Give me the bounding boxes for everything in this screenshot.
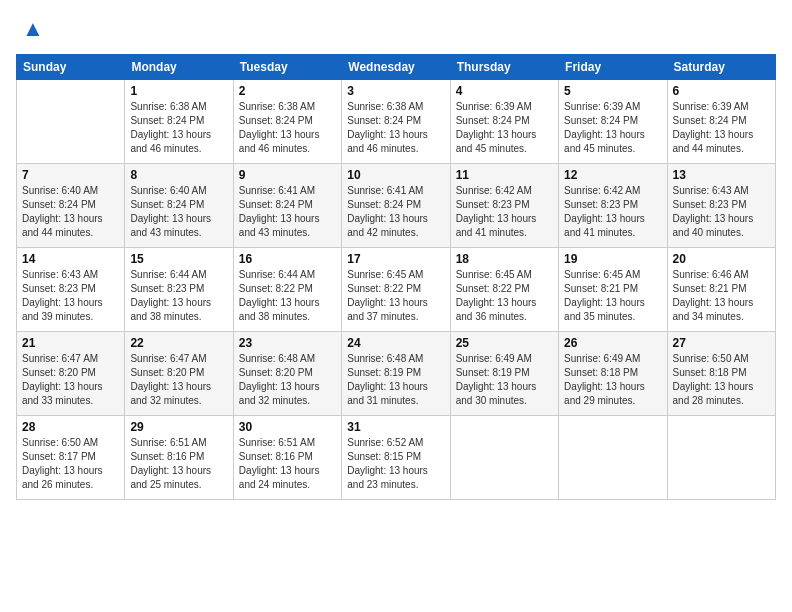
day-of-week-tuesday: Tuesday	[233, 55, 341, 80]
day-number: 30	[239, 420, 336, 434]
calendar-row: 7Sunrise: 6:40 AMSunset: 8:24 PMDaylight…	[17, 164, 776, 248]
calendar-row: 14Sunrise: 6:43 AMSunset: 8:23 PMDayligh…	[17, 248, 776, 332]
day-number: 23	[239, 336, 336, 350]
day-of-week-monday: Monday	[125, 55, 233, 80]
day-info: Sunrise: 6:52 AMSunset: 8:15 PMDaylight:…	[347, 436, 444, 492]
calendar-cell: 31Sunrise: 6:52 AMSunset: 8:15 PMDayligh…	[342, 416, 450, 500]
day-info: Sunrise: 6:45 AMSunset: 8:22 PMDaylight:…	[347, 268, 444, 324]
calendar-row: 28Sunrise: 6:50 AMSunset: 8:17 PMDayligh…	[17, 416, 776, 500]
day-info: Sunrise: 6:38 AMSunset: 8:24 PMDaylight:…	[239, 100, 336, 156]
day-info: Sunrise: 6:51 AMSunset: 8:16 PMDaylight:…	[239, 436, 336, 492]
day-info: Sunrise: 6:44 AMSunset: 8:23 PMDaylight:…	[130, 268, 227, 324]
calendar-cell: 28Sunrise: 6:50 AMSunset: 8:17 PMDayligh…	[17, 416, 125, 500]
calendar-row: 21Sunrise: 6:47 AMSunset: 8:20 PMDayligh…	[17, 332, 776, 416]
day-info: Sunrise: 6:41 AMSunset: 8:24 PMDaylight:…	[239, 184, 336, 240]
calendar-cell: 29Sunrise: 6:51 AMSunset: 8:16 PMDayligh…	[125, 416, 233, 500]
day-info: Sunrise: 6:40 AMSunset: 8:24 PMDaylight:…	[130, 184, 227, 240]
calendar-cell: 15Sunrise: 6:44 AMSunset: 8:23 PMDayligh…	[125, 248, 233, 332]
day-info: Sunrise: 6:39 AMSunset: 8:24 PMDaylight:…	[564, 100, 661, 156]
day-number: 12	[564, 168, 661, 182]
calendar-cell: 24Sunrise: 6:48 AMSunset: 8:19 PMDayligh…	[342, 332, 450, 416]
day-number: 31	[347, 420, 444, 434]
day-number: 20	[673, 252, 770, 266]
calendar-cell: 26Sunrise: 6:49 AMSunset: 8:18 PMDayligh…	[559, 332, 667, 416]
day-info: Sunrise: 6:39 AMSunset: 8:24 PMDaylight:…	[673, 100, 770, 156]
calendar-cell	[559, 416, 667, 500]
day-info: Sunrise: 6:41 AMSunset: 8:24 PMDaylight:…	[347, 184, 444, 240]
calendar-cell: 27Sunrise: 6:50 AMSunset: 8:18 PMDayligh…	[667, 332, 775, 416]
calendar-row: 1Sunrise: 6:38 AMSunset: 8:24 PMDaylight…	[17, 80, 776, 164]
day-info: Sunrise: 6:50 AMSunset: 8:17 PMDaylight:…	[22, 436, 119, 492]
calendar-cell: 13Sunrise: 6:43 AMSunset: 8:23 PMDayligh…	[667, 164, 775, 248]
calendar-cell: 22Sunrise: 6:47 AMSunset: 8:20 PMDayligh…	[125, 332, 233, 416]
day-number: 11	[456, 168, 553, 182]
day-number: 18	[456, 252, 553, 266]
day-number: 17	[347, 252, 444, 266]
calendar-cell: 1Sunrise: 6:38 AMSunset: 8:24 PMDaylight…	[125, 80, 233, 164]
day-info: Sunrise: 6:48 AMSunset: 8:19 PMDaylight:…	[347, 352, 444, 408]
day-info: Sunrise: 6:38 AMSunset: 8:24 PMDaylight:…	[130, 100, 227, 156]
day-number: 7	[22, 168, 119, 182]
day-info: Sunrise: 6:42 AMSunset: 8:23 PMDaylight:…	[456, 184, 553, 240]
calendar-cell: 4Sunrise: 6:39 AMSunset: 8:24 PMDaylight…	[450, 80, 558, 164]
calendar-cell	[17, 80, 125, 164]
day-number: 9	[239, 168, 336, 182]
calendar-table: SundayMondayTuesdayWednesdayThursdayFrid…	[16, 54, 776, 500]
day-number: 29	[130, 420, 227, 434]
day-info: Sunrise: 6:42 AMSunset: 8:23 PMDaylight:…	[564, 184, 661, 240]
day-number: 2	[239, 84, 336, 98]
logo: ▲	[16, 16, 44, 42]
calendar-cell: 8Sunrise: 6:40 AMSunset: 8:24 PMDaylight…	[125, 164, 233, 248]
day-number: 10	[347, 168, 444, 182]
day-info: Sunrise: 6:49 AMSunset: 8:18 PMDaylight:…	[564, 352, 661, 408]
calendar-cell: 2Sunrise: 6:38 AMSunset: 8:24 PMDaylight…	[233, 80, 341, 164]
calendar-cell: 19Sunrise: 6:45 AMSunset: 8:21 PMDayligh…	[559, 248, 667, 332]
calendar-cell: 3Sunrise: 6:38 AMSunset: 8:24 PMDaylight…	[342, 80, 450, 164]
day-number: 3	[347, 84, 444, 98]
logo-icon: ▲	[22, 16, 44, 42]
day-of-week-saturday: Saturday	[667, 55, 775, 80]
day-info: Sunrise: 6:38 AMSunset: 8:24 PMDaylight:…	[347, 100, 444, 156]
day-number: 6	[673, 84, 770, 98]
day-info: Sunrise: 6:40 AMSunset: 8:24 PMDaylight:…	[22, 184, 119, 240]
page-container: ▲ SundayMondayTuesdayWednesdayThursdayFr…	[0, 0, 792, 508]
day-number: 4	[456, 84, 553, 98]
day-info: Sunrise: 6:50 AMSunset: 8:18 PMDaylight:…	[673, 352, 770, 408]
day-of-week-thursday: Thursday	[450, 55, 558, 80]
calendar-cell: 18Sunrise: 6:45 AMSunset: 8:22 PMDayligh…	[450, 248, 558, 332]
day-number: 21	[22, 336, 119, 350]
calendar-cell: 30Sunrise: 6:51 AMSunset: 8:16 PMDayligh…	[233, 416, 341, 500]
day-number: 22	[130, 336, 227, 350]
header-row: SundayMondayTuesdayWednesdayThursdayFrid…	[17, 55, 776, 80]
calendar-cell: 6Sunrise: 6:39 AMSunset: 8:24 PMDaylight…	[667, 80, 775, 164]
day-of-week-wednesday: Wednesday	[342, 55, 450, 80]
day-number: 24	[347, 336, 444, 350]
day-info: Sunrise: 6:46 AMSunset: 8:21 PMDaylight:…	[673, 268, 770, 324]
calendar-cell: 14Sunrise: 6:43 AMSunset: 8:23 PMDayligh…	[17, 248, 125, 332]
day-number: 15	[130, 252, 227, 266]
day-info: Sunrise: 6:43 AMSunset: 8:23 PMDaylight:…	[673, 184, 770, 240]
day-info: Sunrise: 6:45 AMSunset: 8:21 PMDaylight:…	[564, 268, 661, 324]
day-number: 25	[456, 336, 553, 350]
calendar-cell: 20Sunrise: 6:46 AMSunset: 8:21 PMDayligh…	[667, 248, 775, 332]
calendar-cell: 12Sunrise: 6:42 AMSunset: 8:23 PMDayligh…	[559, 164, 667, 248]
day-number: 14	[22, 252, 119, 266]
day-of-week-sunday: Sunday	[17, 55, 125, 80]
day-number: 19	[564, 252, 661, 266]
day-of-week-friday: Friday	[559, 55, 667, 80]
day-number: 28	[22, 420, 119, 434]
day-number: 1	[130, 84, 227, 98]
header: ▲	[16, 16, 776, 42]
day-number: 13	[673, 168, 770, 182]
calendar-cell: 5Sunrise: 6:39 AMSunset: 8:24 PMDaylight…	[559, 80, 667, 164]
calendar-cell: 16Sunrise: 6:44 AMSunset: 8:22 PMDayligh…	[233, 248, 341, 332]
day-info: Sunrise: 6:43 AMSunset: 8:23 PMDaylight:…	[22, 268, 119, 324]
day-number: 16	[239, 252, 336, 266]
calendar-cell: 23Sunrise: 6:48 AMSunset: 8:20 PMDayligh…	[233, 332, 341, 416]
day-info: Sunrise: 6:48 AMSunset: 8:20 PMDaylight:…	[239, 352, 336, 408]
day-number: 26	[564, 336, 661, 350]
day-info: Sunrise: 6:39 AMSunset: 8:24 PMDaylight:…	[456, 100, 553, 156]
calendar-cell: 25Sunrise: 6:49 AMSunset: 8:19 PMDayligh…	[450, 332, 558, 416]
calendar-cell: 21Sunrise: 6:47 AMSunset: 8:20 PMDayligh…	[17, 332, 125, 416]
day-info: Sunrise: 6:47 AMSunset: 8:20 PMDaylight:…	[130, 352, 227, 408]
